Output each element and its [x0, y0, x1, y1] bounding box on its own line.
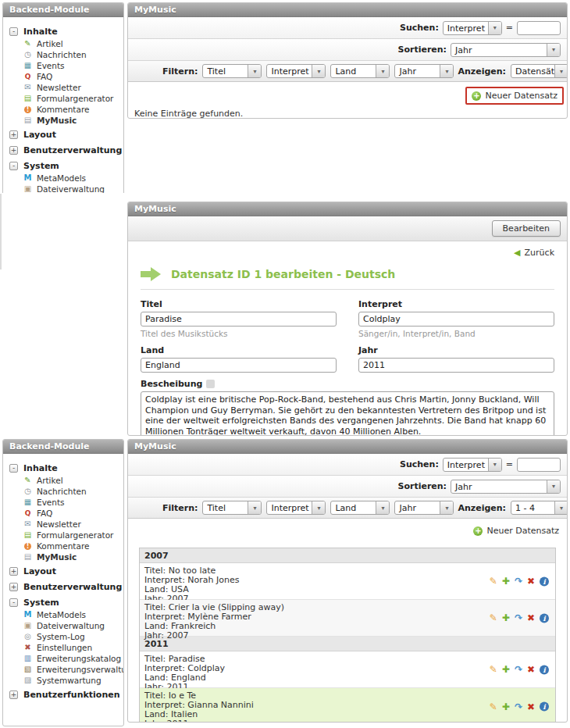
expand-icon[interactable]: +: [9, 146, 18, 155]
sidebar-title: Backend-Module: [3, 440, 123, 454]
delete-icon[interactable]: ✖: [527, 576, 535, 587]
sidebar-item-systemwartung[interactable]: Systemwartung: [3, 675, 123, 686]
search-field-select[interactable]: Interpret: [443, 21, 502, 35]
expand-icon[interactable]: +: [9, 583, 18, 591]
expand-icon[interactable]: +: [9, 567, 18, 576]
info-icon[interactable]: i: [540, 665, 549, 674]
info-icon[interactable]: i: [540, 613, 549, 623]
new-record-link-highlighted[interactable]: + Neuer Datensatz: [465, 87, 564, 105]
search-label: Suchen:: [400, 23, 439, 33]
sort-select[interactable]: Jahr: [451, 480, 561, 494]
duplicate-icon[interactable]: ✚: [502, 576, 510, 587]
sidebar-section-benutzerverwaltung[interactable]: +Benutzerverwaltung: [3, 141, 123, 157]
filter-select-interpret[interactable]: Interpret: [266, 501, 326, 515]
sidebar-item-formulargenerator[interactable]: Formulargenerator: [3, 530, 123, 541]
collapse-icon[interactable]: -: [9, 27, 18, 36]
collapse-icon[interactable]: -: [9, 162, 18, 170]
extension-manager-icon: [23, 665, 33, 674]
sidebar-section-inhalte[interactable]: -Inhalte: [3, 459, 123, 475]
edit-button[interactable]: Bearbeiten: [492, 220, 561, 237]
sidebar-item-erweiterungsverwaltung[interactable]: Erweiterungsverwaltung: [3, 664, 123, 675]
sidebar-item-mymusic[interactable]: MyMusic: [3, 115, 123, 126]
move-icon[interactable]: ↷: [515, 701, 522, 712]
sidebar-section-system[interactable]: -System: [3, 594, 123, 609]
search-input[interactable]: [517, 21, 561, 35]
sidebar-section-benutzerfunktionen[interactable]: +Benutzerfunktionen: [3, 686, 123, 701]
sidebar-section-inhalte[interactable]: -Inhalte: [3, 23, 123, 38]
sidebar-item-newsletter[interactable]: Newsletter: [3, 519, 123, 530]
land-input[interactable]: [141, 358, 337, 373]
sidebar-item-newsletter[interactable]: Newsletter: [3, 82, 123, 93]
sidebar-section-layout[interactable]: +Layout: [3, 126, 123, 141]
show-select[interactable]: 1 - 4: [511, 501, 568, 515]
sidebar-item-kommentare[interactable]: Kommentare: [3, 104, 123, 115]
sidebar-item-events[interactable]: Events: [3, 60, 123, 71]
filter-select-jahr[interactable]: Jahr: [394, 501, 454, 515]
edit-icon[interactable]: ✎: [490, 665, 497, 675]
interpret-input[interactable]: [358, 312, 554, 327]
sidebar-item-mymusic[interactable]: MyMusic: [3, 551, 123, 562]
duplicate-icon[interactable]: ✚: [502, 701, 510, 712]
filter-select-land[interactable]: Land: [330, 501, 390, 515]
info-icon[interactable]: i: [540, 702, 549, 712]
show-select[interactable]: Datensätze: [511, 64, 568, 78]
sidebar-item-einstellungen[interactable]: Einstellungen: [3, 642, 123, 653]
sidebar-item-system-log[interactable]: System-Log: [3, 631, 123, 642]
sidebar-item-nachrichten[interactable]: Nachrichten: [3, 49, 123, 60]
chevron-down-icon: [547, 480, 560, 493]
field-options-icon[interactable]: [206, 380, 215, 388]
sidebar-item-erweiterungskatalog[interactable]: Erweiterungskatalog: [3, 653, 123, 664]
delete-icon[interactable]: ✖: [527, 665, 535, 675]
move-icon[interactable]: ↷: [515, 613, 522, 623]
collapse-icon[interactable]: -: [9, 598, 18, 607]
sidebar-item-artikel[interactable]: Artikel: [3, 38, 123, 49]
back-link[interactable]: ◀ Zurück: [141, 248, 554, 258]
filter-select-interpret[interactable]: Interpret: [266, 64, 326, 78]
sidebar-item-formulargenerator[interactable]: Formulargenerator: [3, 93, 123, 104]
collapse-icon[interactable]: -: [9, 464, 18, 473]
delete-icon[interactable]: ✖: [527, 701, 535, 712]
titel-input[interactable]: [141, 312, 337, 327]
sort-select[interactable]: Jahr: [451, 43, 561, 57]
chevron-down-icon: [376, 65, 389, 77]
green-arrow-icon: [141, 267, 162, 281]
duplicate-icon[interactable]: ✚: [502, 613, 510, 623]
filter-select-titel[interactable]: Titel: [202, 64, 262, 78]
move-icon[interactable]: ↷: [515, 576, 522, 587]
edit-icon[interactable]: ✎: [490, 701, 497, 712]
sidebar-section-benutzerverwaltung[interactable]: +Benutzerverwaltung: [3, 578, 123, 594]
delete-icon[interactable]: ✖: [527, 613, 535, 623]
sidebar-item-nachrichten[interactable]: Nachrichten: [3, 486, 123, 497]
move-icon[interactable]: ↷: [515, 665, 522, 675]
filter-select-jahr[interactable]: Jahr: [394, 64, 454, 78]
sidebar-section-system[interactable]: -System: [3, 157, 123, 173]
sidebar-item-metamodels[interactable]: MetaModels: [3, 609, 123, 620]
sidebar-item-events[interactable]: Events: [3, 497, 123, 508]
search-input[interactable]: [517, 458, 561, 472]
expand-icon[interactable]: +: [9, 130, 18, 139]
comments-icon: [23, 541, 33, 551]
sidebar-item-faq[interactable]: FAQ: [3, 508, 123, 519]
filter-select-land[interactable]: Land: [330, 64, 390, 78]
filter-select-titel[interactable]: Titel: [202, 501, 262, 515]
events-icon: [23, 498, 33, 507]
expand-icon[interactable]: +: [9, 691, 18, 699]
sidebar-item-dateiverwaltung[interactable]: Dateiverwaltung: [3, 620, 123, 631]
row-land: Land: Frankreich: [144, 622, 550, 631]
sidebar-item-artikel[interactable]: Artikel: [3, 475, 123, 486]
edit-icon[interactable]: ✎: [490, 613, 497, 623]
item-label: Kommentare: [37, 541, 89, 551]
info-icon[interactable]: i: [540, 576, 549, 586]
sidebar-item-faq[interactable]: FAQ: [3, 71, 123, 82]
sidebar-item-metamodels[interactable]: MetaModels: [3, 173, 123, 184]
beschreibung-textarea[interactable]: Coldplay ist eine britische Pop-Rock-Ban…: [141, 391, 554, 436]
edit-icon[interactable]: ✎: [490, 576, 497, 587]
sidebar-item-dateiverwaltung[interactable]: Dateiverwaltung: [3, 184, 123, 193]
duplicate-icon[interactable]: ✚: [502, 665, 510, 675]
jahr-input[interactable]: [358, 358, 554, 373]
new-record-link[interactable]: + Neuer Datensatz: [468, 523, 564, 538]
search-field-select[interactable]: Interpret: [443, 458, 502, 472]
sidebar-section-layout[interactable]: +Layout: [3, 562, 123, 578]
sidebar-item-kommentare[interactable]: Kommentare: [3, 541, 123, 551]
record-row: Titel: Crier la vie (Slipping away)Inter…: [140, 600, 555, 637]
